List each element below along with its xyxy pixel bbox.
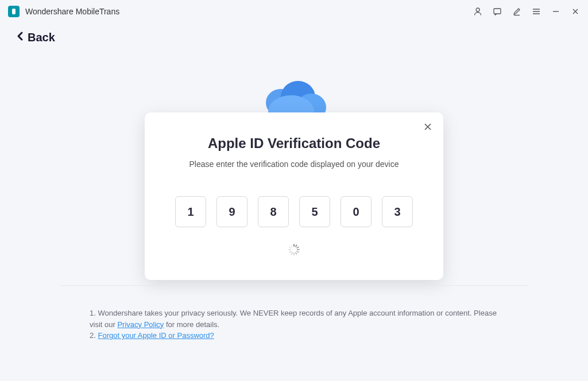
- menu-icon[interactable]: [532, 7, 541, 16]
- svg-rect-7: [295, 244, 297, 247]
- divider: [60, 285, 528, 286]
- svg-rect-16: [289, 246, 292, 248]
- close-window-icon[interactable]: [571, 7, 580, 16]
- svg-rect-14: [289, 251, 292, 253]
- code-digit-3[interactable]: 8: [258, 196, 289, 227]
- svg-rect-13: [291, 252, 293, 255]
- svg-rect-11: [295, 252, 297, 255]
- svg-rect-10: [296, 251, 299, 253]
- note2-text-prefix: 2.: [90, 331, 98, 340]
- user-icon[interactable]: [473, 7, 482, 16]
- code-inputs-container: 1 9 8 5 0 3: [165, 196, 423, 227]
- minimize-icon[interactable]: [551, 7, 560, 16]
- svg-point-0: [476, 8, 479, 11]
- footer-notes: 1. Wondershare takes your privacy seriou…: [90, 308, 498, 341]
- message-icon[interactable]: [493, 7, 502, 16]
- svg-rect-6: [293, 244, 295, 247]
- code-digit-2[interactable]: 9: [216, 196, 247, 227]
- svg-rect-8: [296, 246, 299, 248]
- svg-rect-15: [288, 249, 291, 250]
- app-title: Wondershare MobileTrans: [25, 7, 473, 16]
- back-label: Back: [28, 31, 55, 44]
- code-digit-4[interactable]: 5: [299, 196, 330, 227]
- note-2: 2. Forgot your Apple ID or Password?: [90, 330, 498, 341]
- modal-title: Apple ID Verification Code: [165, 135, 423, 151]
- forgot-password-link[interactable]: Forgot your Apple ID or Password?: [98, 331, 214, 340]
- code-digit-5[interactable]: 0: [341, 196, 372, 227]
- chevron-left-icon: [16, 31, 24, 44]
- modal-subtitle: Please enter the verification code displ…: [165, 160, 423, 169]
- content-area: Apple ID Verification Code Please enter …: [0, 52, 588, 379]
- titlebar-controls: [473, 7, 580, 16]
- verification-modal: Apple ID Verification Code Please enter …: [145, 112, 443, 280]
- svg-rect-9: [297, 249, 300, 250]
- edit-icon[interactable]: [512, 7, 521, 16]
- back-button[interactable]: Back: [0, 23, 588, 52]
- code-digit-6[interactable]: 3: [382, 196, 413, 227]
- titlebar: Wondershare MobileTrans: [0, 0, 588, 23]
- loading-spinner-icon: [165, 241, 423, 256]
- close-icon[interactable]: [423, 122, 433, 132]
- app-logo-icon: [8, 6, 20, 17]
- code-digit-1[interactable]: 1: [175, 196, 206, 227]
- svg-rect-17: [291, 244, 293, 247]
- note1-text-suffix: for more details.: [164, 320, 219, 329]
- privacy-policy-link[interactable]: Privacy Policy: [117, 320, 164, 329]
- svg-rect-1: [494, 9, 501, 14]
- svg-rect-12: [293, 252, 295, 255]
- note-1: 1. Wondershare takes your privacy seriou…: [90, 308, 498, 330]
